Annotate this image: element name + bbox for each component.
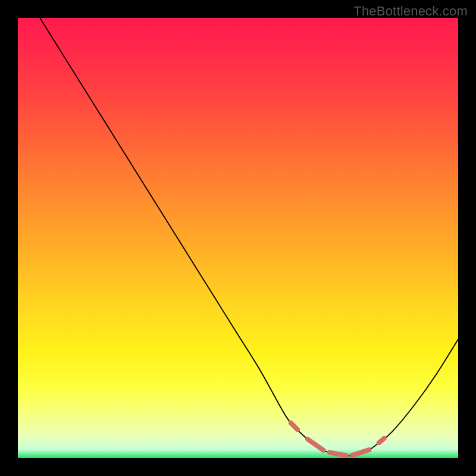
bottleneck-curve	[40, 18, 458, 456]
plot-area	[18, 18, 458, 458]
watermark-text: TheBottleneck.com	[353, 4, 468, 19]
chart-svg	[18, 18, 458, 458]
optimal-region-dashes	[291, 423, 384, 456]
